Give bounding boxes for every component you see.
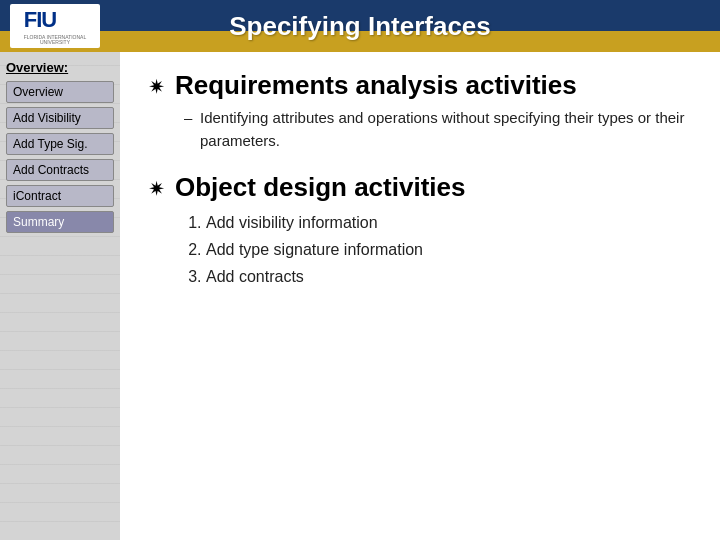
block2-header: ✴ Object design activities bbox=[148, 172, 692, 203]
logo-box: FIU FLORIDA INTERNATIONALUNIVERSITY bbox=[10, 4, 100, 48]
logo-area: FIU FLORIDA INTERNATIONALUNIVERSITY bbox=[10, 4, 100, 48]
list-item: Add contracts bbox=[206, 263, 692, 290]
block2-numbered-list: Add visibility information Add type sign… bbox=[184, 209, 692, 291]
sidebar-item-summary[interactable]: Summary bbox=[6, 211, 114, 233]
sidebar-section-label: Overview: bbox=[6, 60, 114, 75]
main-layout: Overview: Overview Add Visibility Add Ty… bbox=[0, 52, 720, 540]
logo-fiu-text: FIU bbox=[24, 7, 86, 33]
bullet-icon-1: ✴ bbox=[148, 75, 165, 99]
block1-dash-item: Identifying attributes and operations wi… bbox=[184, 107, 692, 152]
sidebar-item-add-visibility[interactable]: Add Visibility bbox=[6, 107, 114, 129]
list-item: Add visibility information bbox=[206, 209, 692, 236]
list-item: Add type signature information bbox=[206, 236, 692, 263]
block-object-design: ✴ Object design activities Add visibilit… bbox=[148, 172, 692, 291]
sidebar-item-add-contracts[interactable]: Add Contracts bbox=[6, 159, 114, 181]
content-area: ✴ Requirements analysis activities Ident… bbox=[120, 52, 720, 540]
block1-list: Identifying attributes and operations wi… bbox=[184, 107, 692, 152]
page-header: FIU FLORIDA INTERNATIONALUNIVERSITY Spec… bbox=[0, 0, 720, 52]
logo-sub-text: FLORIDA INTERNATIONALUNIVERSITY bbox=[24, 35, 86, 46]
block2-title: Object design activities bbox=[175, 172, 465, 203]
block1-title: Requirements analysis activities bbox=[175, 70, 577, 101]
sidebar-item-add-type-sig[interactable]: Add Type Sig. bbox=[6, 133, 114, 155]
block-requirements: ✴ Requirements analysis activities Ident… bbox=[148, 70, 692, 152]
page-title: Specifying Interfaces bbox=[229, 11, 491, 42]
block1-content: Identifying attributes and operations wi… bbox=[148, 107, 692, 152]
block1-header: ✴ Requirements analysis activities bbox=[148, 70, 692, 101]
sidebar-item-icontract[interactable]: iContract bbox=[6, 185, 114, 207]
sidebar: Overview: Overview Add Visibility Add Ty… bbox=[0, 52, 120, 540]
bullet-icon-2: ✴ bbox=[148, 177, 165, 201]
sidebar-item-overview[interactable]: Overview bbox=[6, 81, 114, 103]
block2-content: Add visibility information Add type sign… bbox=[148, 209, 692, 291]
